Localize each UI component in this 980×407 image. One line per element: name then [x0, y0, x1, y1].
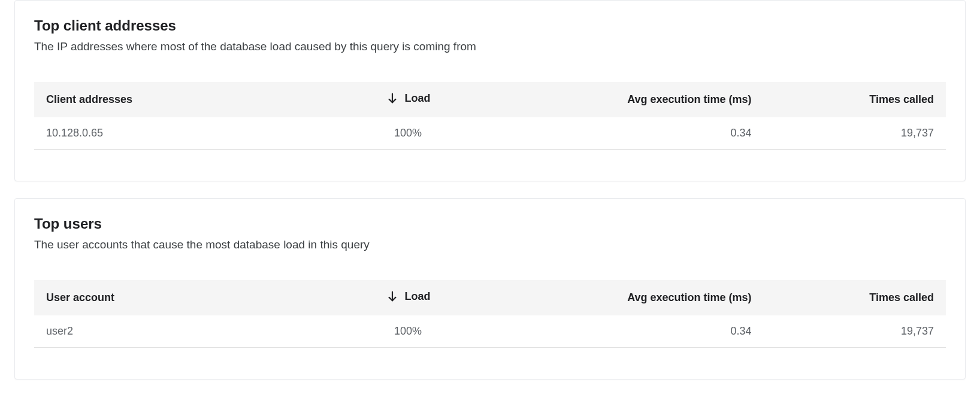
card-title: Top users [34, 215, 946, 232]
sort-control[interactable]: Load [386, 290, 431, 303]
card-subtitle: The user accounts that cause the most da… [34, 238, 946, 251]
column-header-times-called[interactable]: Times called [764, 280, 946, 315]
table-header-row: User account Load Avg executio [34, 280, 946, 315]
arrow-down-icon [386, 92, 399, 105]
column-header-load[interactable]: Load [326, 82, 490, 117]
top-users-table: User account Load Avg executio [34, 280, 946, 348]
table-row: 10.128.0.65 100% 0.34 19,737 [34, 117, 946, 150]
arrow-down-icon [386, 290, 399, 303]
card-subtitle: The IP addresses where most of the datab… [34, 40, 946, 53]
table-header-row: Client addresses Load Avg exec [34, 82, 946, 117]
column-header-label: Times called [869, 291, 934, 303]
column-header-avg-execution[interactable]: Avg execution time (ms) [490, 82, 764, 117]
top-users-card: Top users The user accounts that cause t… [14, 198, 966, 379]
column-header-label: Times called [869, 93, 934, 105]
cell-load: 100% [326, 117, 490, 150]
column-header-label: Load [405, 290, 431, 303]
column-header-load[interactable]: Load [326, 280, 490, 315]
cell-times-called: 19,737 [764, 117, 946, 150]
column-header-label: Load [405, 92, 431, 105]
column-header-client-addresses[interactable]: Client addresses [34, 82, 326, 117]
column-header-label: Avg execution time (ms) [627, 291, 751, 303]
cell-client-address: 10.128.0.65 [34, 117, 326, 150]
cell-avg-execution: 0.34 [490, 315, 764, 348]
column-header-times-called[interactable]: Times called [764, 82, 946, 117]
column-header-label: Avg execution time (ms) [627, 93, 751, 105]
cell-load: 100% [326, 315, 490, 348]
cell-avg-execution: 0.34 [490, 117, 764, 150]
sort-control[interactable]: Load [386, 92, 431, 105]
card-title: Top client addresses [34, 17, 946, 34]
column-header-label: Client addresses [46, 93, 132, 105]
column-header-user-account[interactable]: User account [34, 280, 326, 315]
top-client-addresses-table: Client addresses Load Avg exec [34, 82, 946, 150]
column-header-avg-execution[interactable]: Avg execution time (ms) [490, 280, 764, 315]
top-client-addresses-card: Top client addresses The IP addresses wh… [14, 0, 966, 181]
table-row: user2 100% 0.34 19,737 [34, 315, 946, 348]
cell-user-account: user2 [34, 315, 326, 348]
column-header-label: User account [46, 291, 114, 303]
cell-times-called: 19,737 [764, 315, 946, 348]
